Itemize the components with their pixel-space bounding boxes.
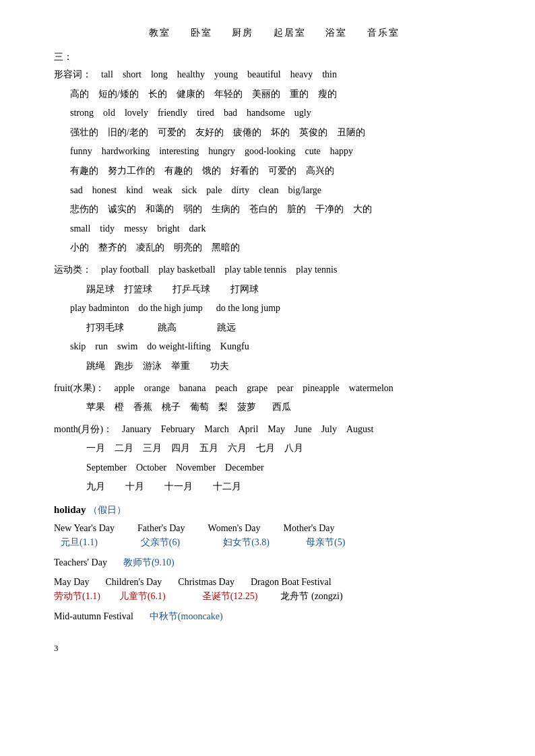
holiday-zh-teachers: 教师节(9.10): [123, 557, 175, 569]
adj-zh-hungry: 饿的: [202, 162, 221, 180]
sport-en-table-tennis: play table tennis: [225, 261, 287, 279]
adj-en-interesting: interesting: [159, 143, 199, 161]
month-zh-7: 七月: [256, 440, 275, 458]
adj-en-pale: pale: [206, 182, 222, 200]
adj-zh-lovely: 可爱的: [158, 124, 186, 142]
adj-en-dirty: dirty: [232, 182, 249, 200]
adj-zh-young: 年轻的: [214, 85, 243, 104]
adj-en-ugly: ugly: [294, 104, 311, 123]
month-en-dec: December: [225, 459, 264, 477]
fruit-en-banana: banana: [179, 380, 206, 398]
sport-en-swim: swim: [117, 338, 137, 356]
holiday-zh-title: （假日）: [88, 505, 126, 515]
month-en-apr: April: [239, 421, 259, 439]
page-number: 3: [54, 643, 495, 654]
holiday-en-children: Children's Day: [106, 577, 162, 588]
month-zh-4: 四月: [171, 440, 190, 458]
sport-zh-football: 踢足球: [86, 281, 115, 299]
adj-zh-thin: 瘦的: [318, 85, 337, 104]
adj-en-long: long: [151, 66, 168, 84]
adj-zh-tired: 疲倦的: [233, 124, 261, 142]
adj-zh-old: 旧的/老的: [108, 124, 148, 142]
adj-en-beautiful: beautiful: [247, 66, 281, 84]
sports-block: 运动类： play football play basketball play …: [54, 261, 495, 376]
fruit-label: fruit(水果)：: [54, 380, 104, 398]
adj-zh-cute: 可爱的: [268, 162, 296, 180]
adj-en-thin: thin: [322, 66, 337, 84]
section-three-label: 三：: [54, 51, 495, 63]
adj-en-sick: sick: [182, 182, 197, 200]
sport-zh-high-jump: 跳高: [158, 319, 177, 337]
fruit-en-pear: pear: [277, 380, 293, 398]
holiday-en-dragonboat: Dragon Boat Festival: [251, 577, 332, 588]
month-label: month(月份)：: [54, 421, 113, 439]
sport-zh-basketball: 打篮球: [124, 281, 152, 299]
adj-en-messy: messy: [124, 220, 148, 238]
adj-zh-healthy: 健康的: [177, 85, 205, 104]
fruit-zh-peach: 桃子: [162, 399, 181, 417]
month-en-aug: August: [346, 421, 373, 439]
sport-en-kungfu: Kungfu: [220, 338, 249, 356]
month-zh-3: 三月: [143, 440, 162, 458]
nav-item-bathroom: 浴室: [325, 28, 347, 38]
sport-zh-table-tennis: 打乒乓球: [172, 281, 210, 299]
month-zh-9: 九月: [86, 478, 105, 496]
adj-zh-dirty: 脏的: [287, 201, 306, 219]
fruit-block: fruit(水果)： apple orange banana peach gra…: [54, 380, 495, 417]
nav-item-bedroom: 卧室: [191, 28, 212, 38]
sport-zh-weight-lifting: 举重: [171, 357, 190, 376]
adj-zh-ugly: 丑陋的: [337, 124, 365, 142]
fruit-zh-apple: 苹果: [86, 399, 105, 417]
month-en-jan: January: [122, 421, 152, 439]
adj-zh-big: 大的: [353, 201, 372, 219]
adj-zh-funny: 有趣的: [70, 162, 98, 180]
adj-en-bright: bright: [157, 220, 179, 238]
sport-en-weight-lifting: do weight-lifting: [147, 338, 211, 356]
holiday-zh-mayday: 劳动节(1.1): [54, 590, 100, 603]
adj-en-young: young: [214, 66, 238, 84]
holiday-en-teachers: Teachers' Day: [54, 557, 107, 568]
sport-zh-kungfu: 功夫: [210, 357, 229, 376]
holiday-en-mayday: May Day: [54, 577, 90, 588]
holiday-en-father: Father's Day: [137, 523, 185, 534]
adj-zh-small: 小的: [70, 239, 89, 257]
holiday-zh-mother: 母亲节(5): [306, 537, 345, 549]
month-zh-11: 十一月: [164, 478, 193, 496]
adj-en-tidy: tidy: [100, 220, 115, 238]
adj-en-strong: strong: [70, 104, 94, 123]
sport-en-badminton: play badminton: [70, 300, 129, 318]
adj-en-hungry: hungry: [208, 143, 235, 161]
adj-zh-hardworking: 努力工作的: [108, 162, 155, 180]
adj-zh-tidy: 整齐的: [98, 239, 127, 257]
holiday-en-women: Women's Day: [208, 523, 261, 534]
month-en-sep: September: [86, 459, 127, 477]
fruit-zh-watermelon: 西瓜: [272, 399, 291, 417]
fruit-zh-grape: 葡萄: [190, 399, 209, 417]
fruit-zh-banana: 香蕉: [133, 399, 152, 417]
adj-en-tall: tall: [101, 66, 113, 84]
month-zh-8: 八月: [284, 440, 303, 458]
holiday-zh-midautumn: 中秋节(mooncake): [150, 611, 223, 623]
adj-en-funny: funny: [70, 143, 92, 161]
adj-en-weak: weak: [152, 182, 172, 200]
adj-en-friendly: friendly: [158, 104, 187, 123]
sport-zh-badminton: 打羽毛球: [86, 319, 124, 337]
month-zh-5: 五月: [199, 440, 218, 458]
month-en-mar: March: [204, 421, 229, 439]
adj-zh-pale: 苍白的: [249, 201, 278, 219]
nav-item-kitchen: 厨房: [232, 28, 253, 38]
adj-zh-long: 长的: [148, 85, 167, 104]
adj-zh-beautiful: 美丽的: [252, 85, 280, 104]
month-zh-1: 一月: [86, 440, 105, 458]
adj-en-small: small: [70, 220, 90, 238]
adj-en-sad: sad: [70, 182, 83, 200]
adj-zh-happy: 高兴的: [306, 162, 334, 180]
holiday-zh-newyear: 元旦(1.1): [61, 537, 98, 549]
fruit-en-pineapple: pineapple: [303, 380, 339, 398]
holiday-en-mother: Mother's Day: [284, 523, 335, 534]
month-en-jul: July: [321, 421, 337, 439]
holiday-en-newyear: New Year's Day: [54, 523, 115, 534]
month-en-jun: June: [294, 421, 312, 439]
sport-zh-skip: 跳绳: [86, 357, 105, 376]
nav-item-music-room: 音乐室: [367, 28, 400, 38]
